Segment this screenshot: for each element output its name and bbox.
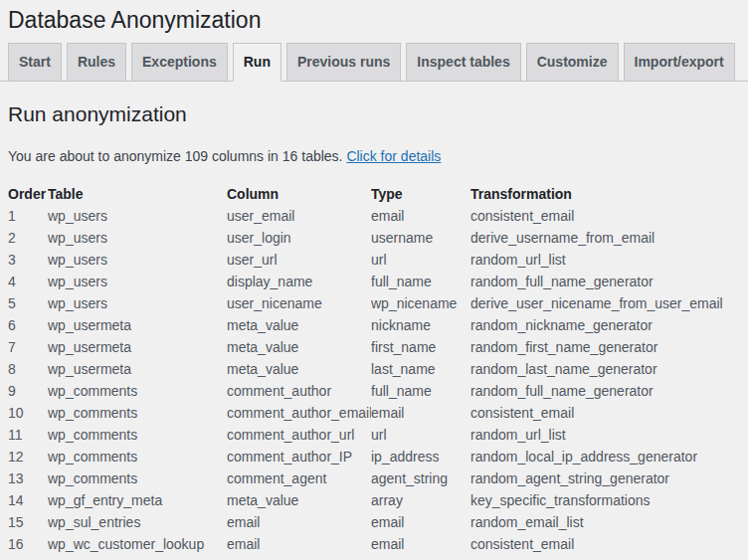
page-title: Database Anonymization	[0, 0, 748, 35]
table-row: 4wp_usersdisplay_namefull_namerandom_ful…	[8, 271, 744, 292]
summary-sentence: You are about to anonymize 109 columns i…	[8, 148, 343, 164]
tab-bar: StartRulesExceptionsRunPrevious runsInsp…	[0, 43, 748, 82]
table-cell: wp_comments	[48, 467, 227, 489]
table-cell: url	[371, 424, 470, 446]
table-cell: 1	[8, 205, 48, 227]
table-cell: display_name	[227, 271, 371, 292]
table-cell: last_name	[371, 358, 470, 380]
table-cell: email	[371, 533, 470, 555]
table-cell: 16	[8, 533, 48, 555]
database-anonymization-page: Database Anonymization StartRulesExcepti…	[0, 0, 748, 560]
table-cell: meta_value	[227, 489, 371, 511]
table-cell: 8	[8, 358, 48, 380]
table-body: 1wp_usersuser_emailemailconsistent_email…	[8, 205, 744, 555]
table-cell: meta_value	[227, 314, 371, 336]
table-cell: random_email_list	[470, 511, 744, 533]
table-cell: meta_value	[227, 358, 371, 380]
table-cell: key_specific_transformations	[470, 489, 744, 511]
table-cell: wp_users	[48, 205, 227, 227]
table-header-row: OrderTableColumnTypeTransformation	[8, 183, 744, 205]
column-header-table: Table	[48, 183, 227, 205]
table-cell: wp_users	[48, 271, 227, 292]
table-cell: wp_gf_entry_meta	[48, 489, 227, 511]
table-cell: 2	[8, 227, 48, 249]
table-row: 1wp_usersuser_emailemailconsistent_email	[8, 205, 744, 227]
table-row: 13wp_commentscomment_agentagent_stringra…	[8, 467, 744, 489]
table-cell: 9	[8, 380, 48, 402]
table-row: 3wp_usersuser_urlurlrandom_url_list	[8, 249, 744, 271]
table-cell: random_agent_string_generator	[470, 467, 744, 489]
table-row: 7wp_usermetameta_valuefirst_namerandom_f…	[8, 336, 744, 358]
table-cell: 10	[8, 402, 48, 424]
table-row: 9wp_commentscomment_authorfull_namerando…	[8, 380, 744, 402]
table-cell: first_name	[371, 336, 470, 358]
table-row: 11wp_commentscomment_author_urlurlrandom…	[8, 424, 744, 446]
table-cell: derive_username_from_email	[470, 227, 744, 249]
table-cell: ip_address	[371, 446, 470, 467]
table-cell: consistent_email	[470, 402, 744, 424]
table-cell: wp_usermeta	[48, 336, 227, 358]
table-cell: 6	[8, 314, 48, 336]
table-cell: wp_users	[48, 227, 227, 249]
table-row: 15wp_sul_entriesemailemailrandom_email_l…	[8, 511, 744, 533]
table-cell: random_nickname_generator	[470, 314, 744, 336]
table-cell: comment_agent	[227, 467, 371, 489]
table-cell: derive_user_nicename_from_user_email	[470, 292, 744, 314]
table-cell: consistent_email	[470, 533, 744, 555]
table-cell: wp_comments	[48, 380, 227, 402]
table-cell: wp_sul_entries	[48, 511, 227, 533]
tab-customize[interactable]: Customize	[526, 43, 619, 82]
table-cell: user_email	[227, 205, 371, 227]
table-row: 14wp_gf_entry_metameta_valuearraykey_spe…	[8, 489, 744, 511]
table-row: 10wp_commentscomment_author_emailemailco…	[8, 402, 744, 424]
table-cell: wp_comments	[48, 402, 227, 424]
table-cell: wp_comments	[48, 446, 227, 467]
table-cell: 14	[8, 489, 48, 511]
table-cell: email	[371, 205, 470, 227]
summary-text: You are about to anonymize 109 columns i…	[8, 147, 740, 165]
table-cell: comment_author_IP	[227, 446, 371, 467]
tab-run[interactable]: Run	[233, 43, 281, 82]
table-cell: full_name	[371, 271, 470, 292]
table-cell: wp_usermeta	[48, 358, 227, 380]
column-header-type: Type	[371, 183, 470, 205]
anonymization-table: OrderTableColumnTypeTransformation 1wp_u…	[8, 183, 744, 555]
column-header-column: Column	[227, 183, 371, 205]
table-cell: 11	[8, 424, 48, 446]
table-cell: wp_comments	[48, 424, 227, 446]
table-cell: wp_usermeta	[48, 314, 227, 336]
tab-previous-runs[interactable]: Previous runs	[286, 43, 401, 82]
table-cell: email	[371, 511, 470, 533]
column-header-order: Order	[8, 183, 48, 205]
table-cell: 13	[8, 467, 48, 489]
table-row: 12wp_commentscomment_author_IPip_address…	[8, 446, 744, 467]
table-cell: random_full_name_generator	[470, 380, 744, 402]
table-cell: email	[227, 511, 371, 533]
table-cell: random_local_ip_address_generator	[470, 446, 744, 467]
table-cell: random_full_name_generator	[470, 271, 744, 292]
table-cell: comment_author	[227, 380, 371, 402]
table-cell: url	[371, 249, 470, 271]
column-header-transformation: Transformation	[470, 183, 744, 205]
tab-rules[interactable]: Rules	[67, 43, 126, 82]
table-cell: username	[371, 227, 470, 249]
table-cell: wp_users	[48, 249, 227, 271]
tab-import-export[interactable]: Import/export	[624, 43, 735, 82]
table-row: 8wp_usermetameta_valuelast_namerandom_la…	[8, 358, 744, 380]
table-cell: comment_author_email	[227, 402, 371, 424]
table-cell: user_url	[227, 249, 371, 271]
details-link[interactable]: Click for details	[346, 148, 441, 164]
table-cell: email	[227, 533, 371, 555]
run-tab-content: Run anonymization You are about to anony…	[0, 101, 748, 555]
table-cell: wp_nicename	[371, 292, 470, 314]
table-row: 2wp_usersuser_loginusernamederive_userna…	[8, 227, 744, 249]
table-cell: nickname	[371, 314, 470, 336]
tab-inspect-tables[interactable]: Inspect tables	[406, 43, 520, 82]
table-cell: email	[371, 402, 470, 424]
table-cell: user_nicename	[227, 292, 371, 314]
tab-exceptions[interactable]: Exceptions	[131, 43, 228, 82]
table-cell: 7	[8, 336, 48, 358]
table-cell: random_url_list	[470, 249, 744, 271]
tab-start[interactable]: Start	[8, 43, 62, 82]
table-cell: 5	[8, 292, 48, 314]
